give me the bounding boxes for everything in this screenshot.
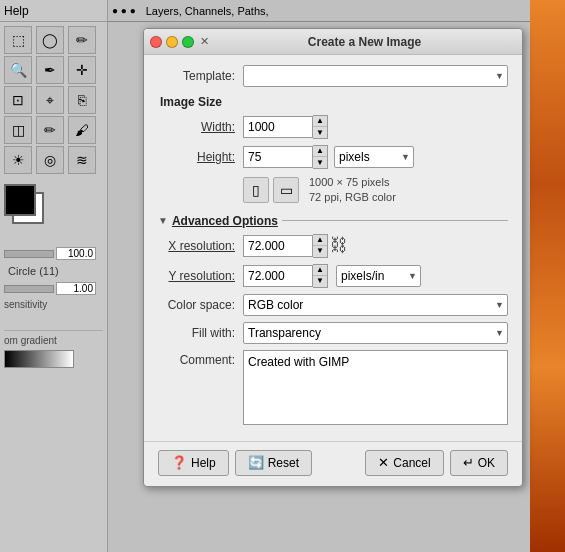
reset-button-label: Reset bbox=[268, 456, 299, 470]
height-up-button[interactable]: ▲ bbox=[313, 146, 327, 157]
color-space-label: Color space: bbox=[158, 298, 243, 312]
ok-button-label: OK bbox=[478, 456, 495, 470]
y-res-up-button[interactable]: ▲ bbox=[313, 265, 327, 276]
dialog-buttons: ❓ Help 🔄 Reset ✕ Cancel ↵ OK bbox=[144, 441, 522, 486]
portrait-button[interactable]: ▯ bbox=[243, 177, 269, 203]
y-res-label: Y resolution: bbox=[158, 269, 243, 283]
image-info: 1000 × 75 pixels 72 ppi, RGB color bbox=[309, 175, 396, 206]
x-res-up-button[interactable]: ▲ bbox=[313, 235, 327, 246]
sensitivity-label: sensitivity bbox=[4, 299, 103, 310]
left-toolbar: Help ⬚ ◯ ✏ 🔍 ✒ ✛ ⊡ ⌖ ⎘ ◫ ✏ 🖌 ☀ ◎ ≋ Circl… bbox=[0, 0, 108, 552]
tool-clone[interactable]: ⎘ bbox=[68, 86, 96, 114]
tool-crop[interactable]: ⊡ bbox=[4, 86, 32, 114]
help-menu[interactable]: Help bbox=[4, 4, 29, 18]
dialog-close-x[interactable]: ✕ bbox=[200, 35, 209, 48]
reset-button-icon: 🔄 bbox=[248, 455, 264, 470]
preview-icons: ▯ ▭ bbox=[243, 177, 299, 203]
layers-title-bar: ● ● ● Layers, Channels, Paths, bbox=[108, 0, 530, 22]
tool-options: Circle (11) sensitivity om gradient bbox=[0, 240, 107, 372]
layers-window-controls: ● ● ● bbox=[112, 5, 136, 16]
right-decoration bbox=[530, 0, 565, 552]
fill-with-select-wrapper: Transparency Foreground color Background… bbox=[243, 322, 508, 344]
scale-slider[interactable] bbox=[4, 285, 54, 293]
height-label: Height: bbox=[158, 150, 243, 164]
tool-heal[interactable]: ⌖ bbox=[36, 86, 64, 114]
opacity-value[interactable] bbox=[56, 247, 96, 260]
tool-free-select[interactable]: ✏ bbox=[68, 26, 96, 54]
close-button[interactable] bbox=[150, 36, 162, 48]
x-res-spin-group: ▲ ▼ ⛓ bbox=[243, 234, 346, 258]
cancel-button-label: Cancel bbox=[393, 456, 430, 470]
comment-textarea[interactable]: Created with GIMP bbox=[243, 350, 508, 425]
fill-with-label: Fill with: bbox=[158, 326, 243, 340]
color-space-select[interactable]: RGB color Grayscale bbox=[243, 294, 508, 316]
width-down-button[interactable]: ▼ bbox=[313, 127, 327, 138]
tool-eraser[interactable]: ◫ bbox=[4, 116, 32, 144]
y-res-spin-group: ▲ ▼ pixels/in pixels/cm pixels/mm ▼ bbox=[243, 264, 421, 288]
preview-row: ▯ ▭ 1000 × 75 pixels 72 ppi, RGB color bbox=[243, 175, 508, 206]
x-resolution-row: X resolution: ▲ ▼ ⛓ bbox=[158, 234, 508, 258]
minimize-button[interactable] bbox=[166, 36, 178, 48]
advanced-options-section[interactable]: ▼ Advanced Options bbox=[158, 214, 508, 228]
tool-move[interactable]: ✛ bbox=[68, 56, 96, 84]
gradient-label: om gradient bbox=[4, 330, 103, 346]
tool-rect-select[interactable]: ⬚ bbox=[4, 26, 32, 54]
x-res-label: X resolution: bbox=[158, 239, 243, 253]
tool-pencil[interactable]: ✏ bbox=[36, 116, 64, 144]
section-divider-line bbox=[282, 220, 508, 221]
gradient-text: om gradient bbox=[4, 335, 57, 346]
ok-button[interactable]: ↵ OK bbox=[450, 450, 508, 476]
dialog-body: Template: ▼ Image Size Width: ▲ ▼ bbox=[144, 55, 522, 441]
comment-label: Comment: bbox=[158, 353, 243, 367]
height-down-button[interactable]: ▼ bbox=[313, 157, 327, 168]
width-input[interactable] bbox=[243, 116, 313, 138]
x-res-down-button[interactable]: ▼ bbox=[313, 246, 327, 257]
tool-smudge[interactable]: ≋ bbox=[68, 146, 96, 174]
color-space-row: Color space: RGB color Grayscale ▼ bbox=[158, 294, 508, 316]
cancel-button[interactable]: ✕ Cancel bbox=[365, 450, 443, 476]
template-label: Template: bbox=[158, 69, 243, 83]
tool-blur[interactable]: ◎ bbox=[36, 146, 64, 174]
tool-dodge[interactable]: ☀ bbox=[4, 146, 32, 174]
res-unit-select[interactable]: pixels/in pixels/cm pixels/mm bbox=[336, 265, 421, 287]
gradient-preview[interactable] bbox=[4, 350, 74, 368]
help-button[interactable]: ❓ Help bbox=[158, 450, 229, 476]
y-res-down-button[interactable]: ▼ bbox=[313, 276, 327, 287]
width-spin-group: ▲ ▼ bbox=[243, 115, 328, 139]
foreground-color-swatch[interactable] bbox=[4, 184, 36, 216]
tool-ellipse-select[interactable]: ◯ bbox=[36, 26, 64, 54]
opacity-slider[interactable] bbox=[4, 250, 54, 258]
height-row: Height: ▲ ▼ pixels inches cm mm ▼ bbox=[158, 145, 508, 169]
advanced-options-label: Advanced Options bbox=[172, 214, 278, 228]
color-space-select-wrapper: RGB color Grayscale ▼ bbox=[243, 294, 508, 316]
maximize-button[interactable] bbox=[182, 36, 194, 48]
height-spin-buttons: ▲ ▼ bbox=[313, 145, 328, 169]
scale-value[interactable] bbox=[56, 282, 96, 295]
dialog-title: Create a New Image bbox=[213, 35, 516, 49]
template-row: Template: ▼ bbox=[158, 65, 508, 87]
tool-brush[interactable]: 🖌 bbox=[68, 116, 96, 144]
y-resolution-row: Y resolution: ▲ ▼ pixels/in pixels/cm pi… bbox=[158, 264, 508, 288]
template-select[interactable] bbox=[243, 65, 508, 87]
comment-row: Comment: Created with GIMP bbox=[158, 350, 508, 425]
tool-path[interactable]: ✒ bbox=[36, 56, 64, 84]
chain-link-icon[interactable]: ⛓ bbox=[332, 235, 346, 256]
create-new-image-dialog: ✕ Create a New Image Template: ▼ Image S… bbox=[143, 28, 523, 487]
y-res-input[interactable] bbox=[243, 265, 313, 287]
image-resolution-info: 72 ppi, RGB color bbox=[309, 190, 396, 205]
tool-zoom[interactable]: 🔍 bbox=[4, 56, 32, 84]
image-dimensions: 1000 × 75 pixels bbox=[309, 175, 396, 190]
color-swatch-area bbox=[4, 184, 103, 234]
width-up-button[interactable]: ▲ bbox=[313, 116, 327, 127]
menu-bar: Help bbox=[0, 0, 107, 22]
dialog-title-bar: ✕ Create a New Image bbox=[144, 29, 522, 55]
unit-select[interactable]: pixels inches cm mm bbox=[334, 146, 414, 168]
reset-button[interactable]: 🔄 Reset bbox=[235, 450, 312, 476]
width-spin-buttons: ▲ ▼ bbox=[313, 115, 328, 139]
help-button-label: Help bbox=[191, 456, 216, 470]
height-input[interactable] bbox=[243, 146, 313, 168]
fill-with-select[interactable]: Transparency Foreground color Background… bbox=[243, 322, 508, 344]
help-button-icon: ❓ bbox=[171, 455, 187, 470]
landscape-button[interactable]: ▭ bbox=[273, 177, 299, 203]
x-res-input[interactable] bbox=[243, 235, 313, 257]
